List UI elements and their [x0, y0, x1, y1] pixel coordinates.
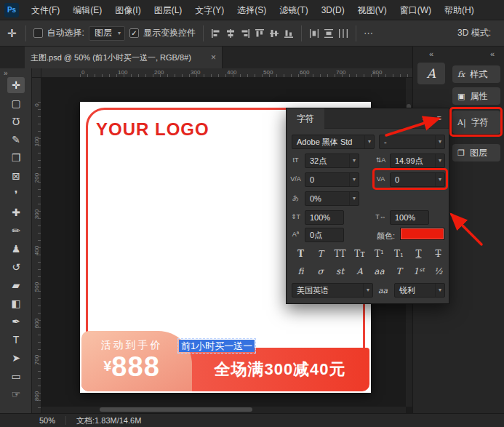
small-caps-button[interactable]: Tᴛ: [351, 247, 369, 260]
ligatures-button[interactable]: fi: [292, 264, 310, 278]
more-options-icon[interactable]: ⋯: [364, 28, 374, 39]
layers-panel-button[interactable]: ❐ 图层: [452, 144, 500, 161]
language-select[interactable]: 美国英语 ▾: [292, 283, 373, 298]
ruler-label: 800: [372, 69, 382, 76]
swash-button[interactable]: T: [390, 264, 408, 278]
menu-3d[interactable]: 3D(D): [315, 0, 351, 20]
align-vertical-centers-icon[interactable]: [269, 28, 279, 39]
eraser-tool[interactable]: ▰: [7, 277, 25, 293]
leading-select[interactable]: 14.99点 ▾: [390, 153, 445, 168]
lasso-tool[interactable]: Ω: [7, 113, 25, 129]
horizontal-scrollbar-thumb[interactable]: [100, 407, 252, 412]
stylistic-alternates-button[interactable]: A: [351, 264, 369, 278]
quick-selection-tool[interactable]: ✎: [7, 132, 25, 148]
faux-italic-button[interactable]: T: [311, 247, 329, 260]
styles-panel-button[interactable]: fx 样式: [452, 65, 500, 83]
type-tool[interactable]: T: [7, 332, 25, 348]
font-size-value: 32点: [310, 156, 327, 167]
align-left-edges-icon[interactable]: [211, 28, 221, 39]
tab-close-icon[interactable]: ×: [211, 52, 216, 63]
hand-tool[interactable]: ☞: [7, 386, 25, 402]
menu-help[interactable]: 帮助(H): [438, 0, 481, 20]
properties-panel-button[interactable]: ▣ 属性: [452, 87, 500, 105]
font-size-select[interactable]: 32点 ▾: [305, 153, 359, 168]
ruler-label: 200: [33, 172, 40, 185]
align-right-edges-icon[interactable]: [240, 28, 250, 39]
collapse-dock-icon[interactable]: «: [490, 49, 495, 58]
divider: [25, 25, 26, 41]
collapse-dock-icon[interactable]: «: [429, 49, 433, 58]
menu-select[interactable]: 选择(S): [231, 0, 273, 20]
clone-stamp-tool[interactable]: ♟: [7, 241, 25, 257]
underline-button[interactable]: T: [409, 247, 428, 260]
ruler-label: 400: [33, 244, 40, 258]
chevron-down-icon: ▾: [435, 173, 444, 186]
distribute-vertical-icon[interactable]: [324, 28, 334, 39]
toolbar-expand-icon[interactable]: »: [4, 69, 8, 77]
align-top-edges-icon[interactable]: [255, 28, 265, 39]
menu-layer[interactable]: 图层(L): [148, 0, 189, 20]
shape-tool[interactable]: ▭: [7, 368, 25, 384]
titling-alternates-button[interactable]: aa: [370, 264, 388, 278]
crop-tool[interactable]: ❒: [7, 150, 25, 166]
contextual-alternates-button[interactable]: σ: [311, 264, 329, 278]
menu-file[interactable]: 文件(F): [25, 0, 66, 20]
font-style-select[interactable]: - ▾: [379, 135, 445, 149]
gradient-tool[interactable]: ◧: [7, 295, 25, 311]
anti-alias-select[interactable]: 锐利 ▾: [394, 283, 445, 298]
menu-type[interactable]: 文字(Y): [188, 0, 231, 20]
font-family-select[interactable]: Adobe 黑体 Std ▾: [292, 135, 375, 149]
tracking-select[interactable]: 0 ▾: [390, 172, 445, 187]
horizontal-scrollbar: [41, 407, 406, 413]
menu-image[interactable]: 图像(I): [108, 0, 147, 20]
collapse-panel-icon[interactable]: »: [423, 114, 427, 122]
baseline-shift-input[interactable]: 0点: [305, 228, 344, 242]
history-brush-tool[interactable]: ↺: [7, 259, 25, 275]
character-panel-header[interactable]: 字符 » ≡: [287, 108, 449, 129]
distribute-horizontal-icon[interactable]: [309, 28, 319, 39]
zoom-level-field[interactable]: 50%: [39, 416, 55, 425]
all-caps-button[interactable]: TT: [331, 247, 349, 260]
text-color-swatch[interactable]: [400, 228, 444, 240]
align-bottom-edges-icon[interactable]: [284, 28, 294, 39]
auto-select-checkbox[interactable]: [33, 28, 43, 38]
kerning-select[interactable]: 0 ▾: [305, 172, 359, 187]
brush-tool[interactable]: ✏: [7, 223, 25, 239]
show-transform-checkbox[interactable]: ✓: [129, 28, 139, 38]
character-panel-button[interactable]: A| 字符: [452, 111, 500, 134]
panel-menu-icon[interactable]: ≡: [437, 114, 441, 122]
marquee-tool[interactable]: ▢: [7, 95, 25, 111]
discretionary-ligatures-button[interactable]: st: [331, 264, 349, 278]
font-family-value: Adobe 黑体 Std: [297, 137, 352, 148]
pen-tool[interactable]: ✒: [7, 314, 25, 330]
ordinals-button[interactable]: 1ˢᵗ: [409, 264, 428, 278]
chevron-down-icon: ▾: [349, 154, 359, 167]
menu-edit[interactable]: 编辑(E): [66, 0, 108, 20]
character-panel: 字符 » ≡ Adobe 黑体 Std ▾ - ▾ tT 32点 ▾ ⇅A 14…: [286, 108, 449, 304]
auto-select-target-dropdown[interactable]: 图层 ▾: [89, 26, 125, 41]
healing-brush-tool[interactable]: ✚: [7, 204, 25, 220]
menu-view[interactable]: 视图(V): [351, 0, 393, 20]
align-horizontal-centers-icon[interactable]: [225, 28, 236, 39]
character-panel-tab[interactable]: 字符: [287, 108, 324, 129]
styles-panel-label: 样式: [470, 68, 487, 81]
glyphs-panel-button[interactable]: A: [417, 63, 445, 84]
vertical-scale-input[interactable]: 100%: [305, 210, 344, 225]
eyedropper-tool[interactable]: ❜: [7, 186, 25, 202]
frame-tool[interactable]: ⊠: [7, 168, 25, 184]
horizontal-scale-input[interactable]: 100%: [390, 210, 429, 225]
distribute-spacing-icon[interactable]: [338, 28, 348, 39]
fractions-button[interactable]: ½: [429, 264, 447, 278]
properties-icon: ▣: [457, 92, 465, 101]
document-tab[interactable]: 主图.psd @ 50% (前1小时买一送一, RGB/8#) ×: [25, 47, 223, 68]
subscript-button[interactable]: T₁: [390, 247, 408, 260]
superscript-button[interactable]: T¹: [370, 247, 388, 260]
selected-text-layer[interactable]: 前1小时买一送一: [177, 338, 256, 354]
faux-bold-button[interactable]: T: [292, 247, 310, 260]
strikethrough-button[interactable]: T: [429, 247, 447, 260]
path-selection-tool[interactable]: ➤: [7, 350, 25, 366]
move-tool[interactable]: ✛: [7, 77, 25, 93]
tsume-select[interactable]: 0% ▾: [305, 191, 359, 206]
menu-filter[interactable]: 滤镜(T): [273, 0, 314, 20]
menu-window[interactable]: 窗口(W): [393, 0, 438, 20]
